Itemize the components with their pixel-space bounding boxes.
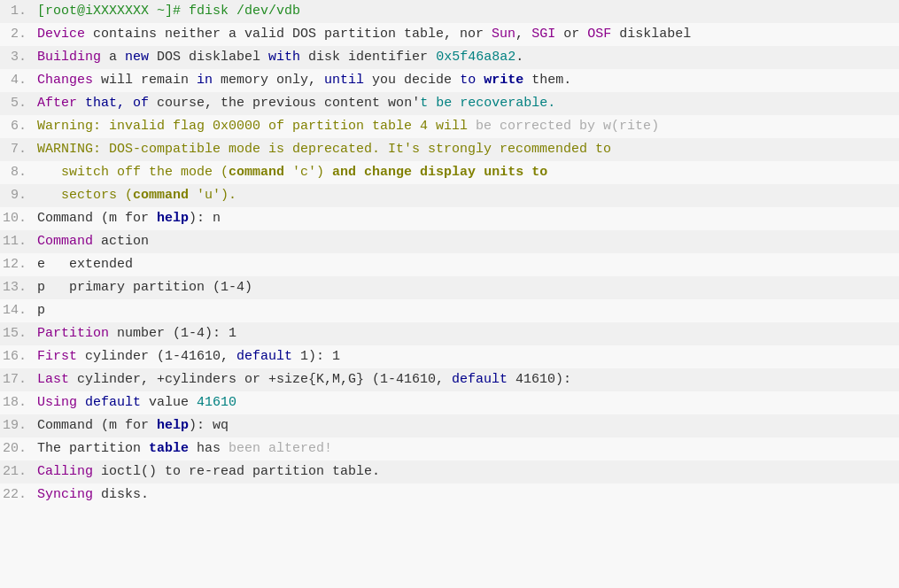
text-segment: memory only, [213,73,324,88]
text-segment: 'u'). [189,188,236,203]
line-7: 7.WARNING: DOS-compatible mode is deprec… [0,138,899,161]
text-segment: has [189,441,229,456]
line-number: 3. [0,47,34,68]
line-1: 1.[root@iXXXXXXX ~]# fdisk /dev/vdb [0,0,899,23]
text-segment: . [515,50,523,65]
text-segment: and [332,165,356,180]
text-segment: After [37,96,77,111]
line-15: 15.Partition number (1-4): 1 [0,322,899,345]
text-segment: 1): 1 [292,349,340,364]
text-segment: command [133,188,189,203]
line-number: 6. [0,116,34,137]
line-content: Changes will remain in memory only, unti… [34,70,571,91]
text-segment: Last [37,372,69,387]
text-segment: [root@iXXXXXXX ~]# fdisk /dev/vdb [37,4,300,19]
line-12: 12.e extended [0,253,899,276]
line-10: 10.Command (m for help): n [0,207,899,230]
text-segment [77,96,85,111]
text-segment: a [101,50,125,65]
line-content: Command action [34,231,149,252]
line-content: Syncing disks. [34,484,149,506]
line-5: 5.After that, of course, the previous co… [0,92,899,115]
text-segment: table [149,441,189,456]
line-21: 21.Calling ioctl() to re-read partition … [0,460,899,484]
line-number: 17. [0,369,34,391]
line-number: 15. [0,323,34,344]
line-2: 2.Device contains neither a valid DOS pa… [0,23,899,46]
text-segment: to [531,165,547,180]
text-segment: units [476,165,531,180]
text-segment: sectors ( [37,188,133,203]
text-segment: OSF [587,27,611,42]
line-number: 19. [0,415,34,437]
line-22: 22.Syncing disks. [0,484,899,507]
line-content: First cylinder (1-41610, default 1): 1 [34,346,340,368]
line-13: 13.p primary partition (1-4) [0,276,899,299]
line-number: 12. [0,254,34,275]
text-segment: that, [85,96,125,111]
line-number: 8. [0,162,34,183]
line-19: 19.Command (m for help): wq [0,414,899,437]
text-segment: t be recoverable. [420,96,555,111]
text-segment: Command (m for [37,418,157,433]
line-20: 20.The partition table has been altered! [0,437,899,460]
text-segment: command [229,165,284,180]
text-segment: disk identifier [300,50,436,65]
text-segment: Changes [37,73,93,88]
line-number: 4. [0,70,34,91]
text-segment: be corrected by w(rite) [476,119,659,134]
line-content: e extended [34,254,133,275]
line-content: After that, of course, the previous cont… [34,93,555,114]
terminal-output: 1.[root@iXXXXXXX ~]# fdisk /dev/vdb2.Dev… [0,0,899,507]
line-4: 4.Changes will remain in memory only, un… [0,69,899,92]
line-9: 9. sectors (command 'u'). [0,184,899,207]
line-6: 6.Warning: invalid flag 0x0000 of partit… [0,115,899,138]
text-segment: to [460,73,476,88]
text-segment: First [37,349,77,364]
text-segment: you decide [364,73,460,88]
text-segment: The partition [37,441,149,456]
line-number: 22. [0,484,34,506]
line-content: switch off the mode (command 'c') and ch… [34,162,547,183]
text-segment: , [515,27,531,42]
line-content: Warning: invalid flag 0x0000 of partitio… [34,116,659,137]
text-segment: display [420,165,476,180]
line-number: 9. [0,185,34,206]
text-segment: Building [37,50,101,65]
line-number: 21. [0,461,34,483]
line-content: WARNING: DOS-compatible mode is deprecat… [34,139,611,160]
text-segment: new [125,50,149,65]
line-number: 11. [0,231,34,252]
text-segment: Calling [37,464,93,479]
line-content: Building a new DOS disklabel with disk i… [34,47,523,68]
text-segment: 0x5f46a8a2 [436,50,515,65]
text-segment: switch off the mode ( [37,165,229,180]
text-segment: value [141,395,197,410]
line-content: Using default value 41610 [34,392,236,414]
line-number: 10. [0,208,34,229]
text-segment: e extended [37,257,133,272]
text-segment: help [157,211,189,226]
line-8: 8. switch off the mode (command 'c') and… [0,161,899,184]
text-segment: until [324,73,364,88]
line-number: 2. [0,24,34,45]
line-content: Calling ioctl() to re-read partition tab… [34,461,380,483]
line-content: Last cylinder, +cylinders or +size{K,M,G… [34,369,571,391]
line-content: p primary partition (1-4) [34,277,252,298]
text-segment: ): wq [189,418,229,433]
text-segment: action [93,234,149,249]
text-segment: Command (m for [37,211,157,226]
line-number: 18. [0,392,34,414]
line-content: Partition number (1-4): 1 [34,323,236,344]
text-segment [125,96,133,111]
text-segment: change [356,165,420,180]
text-segment: WARNING: DOS-compatible mode is deprecat… [37,142,611,157]
line-3: 3.Building a new DOS disklabel with disk… [0,46,899,69]
line-number: 13. [0,277,34,298]
text-segment: cylinder, +cylinders or +size{K,M,G} (1-… [69,372,452,387]
text-segment: cylinder (1-41610, [77,349,236,364]
text-segment: been altered! [229,441,332,456]
text-segment: default [452,372,508,387]
text-segment: SGI [531,27,555,42]
text-segment: disks. [93,487,149,502]
